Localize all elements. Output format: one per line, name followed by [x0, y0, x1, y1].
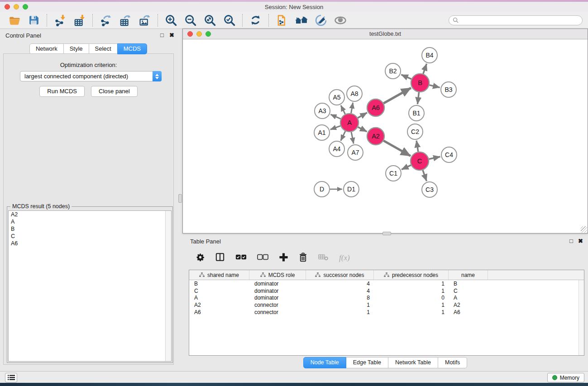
- mcds-result-item-c[interactable]: C: [9, 233, 171, 240]
- refresh-button[interactable]: [246, 13, 265, 28]
- delete-table-button[interactable]: [318, 253, 329, 262]
- mcds-result-item-a2[interactable]: A2: [9, 211, 171, 218]
- table-row[interactable]: Cdominator41C: [189, 287, 584, 295]
- export-image-button[interactable]: [135, 13, 154, 28]
- graph-node-A8[interactable]: A8: [347, 86, 362, 101]
- graph-node-B2[interactable]: B2: [385, 63, 401, 79]
- column-header-successor-nodes[interactable]: successor nodes: [306, 270, 374, 280]
- close-panel-icon[interactable]: ✖: [169, 32, 174, 38]
- horizontal-splitter-handle[interactable]: [382, 232, 391, 235]
- panel-splitter-handle[interactable]: [178, 194, 182, 203]
- open-network-file-button[interactable]: [272, 13, 292, 28]
- column-header-name[interactable]: name: [449, 270, 488, 280]
- graph-node-A5[interactable]: A5: [329, 90, 344, 105]
- table-row[interactable]: A6connector11A6: [189, 309, 584, 316]
- graph-node-C2[interactable]: C2: [407, 124, 423, 139]
- graph-node-B1[interactable]: B1: [409, 105, 424, 121]
- select-all-button[interactable]: [235, 254, 247, 262]
- tab-network[interactable]: Network: [29, 43, 64, 54]
- tab-style[interactable]: Style: [63, 43, 89, 54]
- tab-mcds[interactable]: MCDS: [117, 43, 147, 54]
- tab-network-table[interactable]: Network Table: [388, 357, 438, 368]
- graph-node-C4[interactable]: C4: [441, 147, 457, 162]
- add-row-button[interactable]: [279, 253, 288, 264]
- zoom-out-button[interactable]: [181, 13, 200, 28]
- graph-edge-B-B2[interactable]: [401, 75, 411, 79]
- graph-node-D1[interactable]: D1: [344, 181, 359, 197]
- network-canvas[interactable]: AA1A2A3A4A5A6A7A8BB1B2B3B4CC1C2C3C4DD1: [183, 40, 588, 233]
- graph-node-A1[interactable]: A1: [314, 125, 330, 140]
- criterion-select[interactable]: largest connected component (directed): [20, 71, 162, 81]
- hide-annotations-button[interactable]: [311, 13, 330, 28]
- graph-edge-B-B1[interactable]: [417, 92, 419, 104]
- graph-node-B4[interactable]: B4: [422, 48, 437, 63]
- graph-edge-A6-B[interactable]: [383, 88, 411, 103]
- column-header-predecessor-nodes[interactable]: predecessor nodes: [374, 270, 449, 280]
- graph-edge-A-A8[interactable]: [351, 103, 353, 114]
- zoom-in-button[interactable]: [161, 13, 181, 28]
- close-panel-button[interactable]: Close panel: [91, 86, 138, 97]
- graph-edge-B-B4[interactable]: [423, 64, 427, 74]
- column-header-mcds-role[interactable]: MCDS role: [249, 270, 306, 280]
- search-input[interactable]: [461, 17, 578, 24]
- export-table-button[interactable]: [115, 13, 135, 28]
- home-button[interactable]: [292, 13, 311, 28]
- graph-edge-A-A4[interactable]: [341, 131, 345, 141]
- task-history-button[interactable]: [5, 373, 17, 382]
- zoom-selected-button[interactable]: [220, 13, 239, 28]
- graph-node-A4[interactable]: A4: [329, 141, 344, 157]
- graph-node-C1[interactable]: C1: [386, 166, 401, 181]
- tab-motifs[interactable]: Motifs: [438, 357, 467, 368]
- tab-edge-table[interactable]: Edge Table: [346, 357, 388, 368]
- graph-edge-A-A7[interactable]: [351, 132, 354, 144]
- graph-node-B3[interactable]: B3: [441, 82, 456, 97]
- graph-node-C3[interactable]: C3: [422, 182, 437, 197]
- show-graphics-button[interactable]: [330, 13, 350, 28]
- table-row[interactable]: Bdominator41B: [189, 280, 584, 287]
- export-network-button[interactable]: [96, 13, 115, 28]
- delete-row-button[interactable]: [299, 253, 307, 264]
- close-table-panel-icon[interactable]: ✖: [578, 238, 583, 244]
- mcds-result-item-a[interactable]: A: [9, 218, 171, 225]
- table-settings-button[interactable]: [196, 253, 205, 263]
- memory-button[interactable]: Memory: [547, 373, 584, 382]
- table-row[interactable]: Adominator80A: [189, 295, 584, 302]
- graph-edge-A-A3[interactable]: [330, 114, 340, 119]
- mcds-result-item-a6[interactable]: A6: [9, 240, 171, 247]
- deselect-all-button[interactable]: [257, 254, 268, 262]
- search-field[interactable]: [449, 15, 583, 25]
- graph-node-C[interactable]: C: [411, 152, 429, 170]
- graph-edge-C-C1[interactable]: [402, 165, 411, 170]
- run-mcds-button[interactable]: Run MCDS: [39, 86, 85, 97]
- graph-edge-C-C4[interactable]: [429, 157, 440, 159]
- list-scrollbar[interactable]: [165, 211, 171, 361]
- float-panel-icon[interactable]: □: [160, 32, 164, 38]
- graph-node-D[interactable]: D: [314, 181, 330, 197]
- graph-edge-B-B3[interactable]: [429, 85, 440, 88]
- import-network-button[interactable]: [50, 13, 70, 28]
- mcds-result-item-b[interactable]: B: [9, 225, 171, 233]
- graph-node-A2[interactable]: A2: [367, 128, 384, 145]
- table-row[interactable]: A2connector11A2: [189, 301, 584, 309]
- tab-select[interactable]: Select: [89, 43, 118, 54]
- mcds-result-list[interactable]: A2ABCA6: [8, 210, 172, 362]
- graph-edge-C-C3[interactable]: [423, 170, 426, 181]
- zoom-fit-button[interactable]: [200, 13, 220, 28]
- import-table-button[interactable]: [70, 13, 89, 28]
- table-scrollbar[interactable]: [578, 280, 584, 355]
- float-table-panel-icon[interactable]: □: [569, 238, 573, 244]
- resize-grip-icon[interactable]: [581, 226, 587, 233]
- graph-edge-A-A1[interactable]: [330, 126, 340, 129]
- graph-edge-A2-C[interactable]: [383, 141, 411, 156]
- open-file-button[interactable]: [5, 13, 24, 28]
- graph-node-A3[interactable]: A3: [315, 103, 330, 119]
- graph-edge-A-A5[interactable]: [341, 105, 345, 114]
- graph-node-A[interactable]: A: [340, 114, 359, 132]
- graph-edge-C-C2[interactable]: [416, 141, 418, 152]
- network-window-titlebar[interactable]: testGlobe.txt: [183, 29, 588, 39]
- tab-node-table[interactable]: Node Table: [303, 357, 346, 368]
- graph-node-A6[interactable]: A6: [367, 99, 384, 116]
- column-header-shared-name[interactable]: shared name: [189, 270, 249, 280]
- show-columns-button[interactable]: [215, 253, 225, 263]
- graph-node-B[interactable]: B: [411, 74, 429, 92]
